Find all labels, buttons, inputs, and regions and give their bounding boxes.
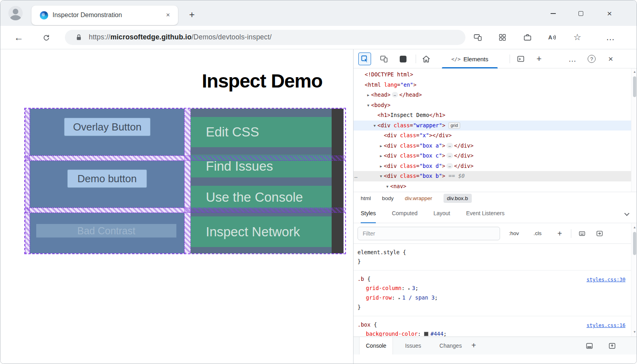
twisty-down-icon[interactable]: ▼ <box>378 171 384 182</box>
open-console-button[interactable] <box>514 53 527 65</box>
drawer-tab-issues[interactable]: Issues <box>399 337 427 354</box>
dom-node[interactable]: <h1>Inspect Demo</h1> <box>354 110 631 121</box>
home-tab-button[interactable] <box>420 53 432 65</box>
twisty-right-icon[interactable]: ▶ <box>378 151 384 162</box>
class-toggle[interactable]: .cls <box>533 223 541 244</box>
computed-pane-button[interactable] <box>595 229 604 238</box>
expand-shorthand-icon[interactable]: ▸ <box>408 286 410 291</box>
dom-node[interactable]: ▶<div class="box d">…</div> <box>354 161 631 171</box>
twisty-down-icon[interactable]: ▼ <box>385 182 390 192</box>
profile-avatar[interactable] <box>8 6 23 20</box>
twisty-right-icon[interactable]: ▶ <box>365 90 371 101</box>
nav-link[interactable]: Use the Console <box>191 186 332 208</box>
tab-close-icon[interactable]: × <box>164 11 172 19</box>
avatar-icon-body <box>10 15 21 20</box>
scrollbar-thumb[interactable] <box>633 76 636 97</box>
grid-gap-overlay <box>25 208 345 213</box>
tab-computed[interactable]: Computed <box>392 204 418 223</box>
dom-node[interactable]: ▶<div class="box c">…</div> <box>354 151 631 161</box>
dom-node[interactable]: ▶<head>…</head> <box>354 90 631 100</box>
page-nav: Edit CSSFind IssuesUse the ConsoleInspec… <box>191 109 332 253</box>
refresh-button[interactable] <box>41 32 52 43</box>
css-property[interactable]: grid-column: ▸3; <box>358 284 627 293</box>
tab-elements[interactable]: </> Elements <box>439 49 501 68</box>
url-bar[interactable]: https://microsoftedge.github.io/Demos/de… <box>65 30 465 45</box>
device-emulation-button[interactable] <box>377 53 390 65</box>
favorites-button[interactable]: ☆ <box>572 32 582 43</box>
scroll-up-icon[interactable]: ▲ <box>631 225 637 230</box>
read-aloud-button[interactable]: A <box>547 32 557 43</box>
new-tab-button[interactable]: + <box>186 9 198 21</box>
styles-rules[interactable]: element.style {}.b {styles.css:30grid-co… <box>354 244 631 337</box>
devices-button[interactable] <box>473 32 483 43</box>
toolbar-divider <box>416 55 416 63</box>
help-button[interactable]: ? <box>585 53 598 65</box>
breadcrumb-item[interactable]: div.box.b <box>444 194 472 203</box>
focus-page-button[interactable] <box>397 53 409 65</box>
scroll-down-icon[interactable]: ▼ <box>631 329 637 335</box>
rule-selector[interactable]: element.style <box>358 249 400 255</box>
collections-button[interactable] <box>522 32 533 43</box>
tab-event-listeners[interactable]: Event Listeners <box>466 204 505 223</box>
close-devtools-button[interactable]: × <box>604 53 617 65</box>
twisty-down-icon[interactable]: ▼ <box>372 121 377 131</box>
expand-up-icon <box>608 342 616 350</box>
minimize-button[interactable] <box>547 8 559 19</box>
apps-grid-icon <box>498 33 506 41</box>
demo-button[interactable]: Demo button <box>67 169 147 188</box>
rule-selector[interactable]: .b <box>358 276 364 282</box>
dom-node[interactable]: ▶<div class="box a">…</div> <box>354 141 631 151</box>
css-property[interactable]: background-color: #444; <box>358 329 627 337</box>
bad-contrast-button[interactable]: Bad Contrast <box>36 224 176 237</box>
dom-node[interactable]: …▼<div class="box b"> == $0 <box>354 171 631 181</box>
drawer-tab-console[interactable]: Console <box>359 337 393 354</box>
scrollbar-thumb[interactable] <box>633 232 636 255</box>
css-property[interactable]: grid-row: ▸1 / span 3; <box>358 293 627 303</box>
window-close-button[interactable]: × <box>604 8 615 19</box>
overlay-button[interactable]: Overlay Button <box>64 118 150 136</box>
nav-link[interactable]: Inspect Network <box>191 216 332 247</box>
drawer-tab-changes[interactable]: Changes <box>433 337 468 354</box>
briefcase-icon <box>523 33 532 42</box>
add-tools-button[interactable]: + <box>533 53 545 65</box>
color-swatch[interactable] <box>424 332 428 336</box>
expand-drawer-button[interactable] <box>607 341 617 350</box>
twisty-right-icon[interactable]: ▶ <box>378 162 384 172</box>
stylesheet-link[interactable]: styles.css:16 <box>586 321 625 330</box>
stylesheet-link[interactable]: styles.css:30 <box>586 275 625 284</box>
tab-styles[interactable]: Styles <box>361 204 376 223</box>
expand-shorthand-icon[interactable]: ▸ <box>398 296 401 300</box>
dom-node[interactable]: ▼<body> <box>354 100 631 111</box>
dom-tree[interactable]: <!DOCTYPE html><html lang="en">▶<head>…<… <box>354 68 631 192</box>
tab-layout[interactable]: Layout <box>434 204 450 223</box>
breadcrumb-item[interactable]: body <box>382 195 394 201</box>
drawer-add-button[interactable]: + <box>471 337 476 354</box>
browser-tab[interactable]: Inspector Demonstration × <box>31 6 178 25</box>
node-menu-icon[interactable]: … <box>354 171 358 181</box>
breadcrumb-item[interactable]: div.wrapper <box>405 195 432 201</box>
rule-selector[interactable]: .box <box>358 321 371 328</box>
scroll-up-icon[interactable]: ▲ <box>631 69 637 75</box>
new-style-rule-button[interactable]: + <box>557 223 562 244</box>
dom-node[interactable]: <div class="x"></div> <box>354 130 631 141</box>
twisty-down-icon[interactable]: ▼ <box>365 101 371 111</box>
style-filter-input[interactable] <box>358 227 500 240</box>
styles-scrollbar[interactable]: ▲ ▼ <box>631 223 637 337</box>
dom-node[interactable]: <html lang="en"> <box>354 80 631 90</box>
inspect-element-button[interactable] <box>358 53 371 65</box>
font-editor-button[interactable] <box>577 229 587 238</box>
dock-drawer-button[interactable] <box>584 341 594 350</box>
browser-menu-button[interactable]: … <box>605 32 616 43</box>
nav-link[interactable]: Edit CSS <box>191 117 332 147</box>
maximize-button[interactable] <box>575 8 586 19</box>
dom-node[interactable]: ▼<nav> <box>354 181 631 192</box>
dom-node[interactable]: <!DOCTYPE html> <box>354 70 631 80</box>
apps-grid-button[interactable] <box>497 32 508 43</box>
devtools-more-button[interactable]: … <box>566 53 579 65</box>
pseudo-state-toggle[interactable]: :hov <box>509 223 519 244</box>
twisty-right-icon[interactable]: ▶ <box>378 141 384 152</box>
dom-scrollbar[interactable]: ▲ <box>631 68 637 192</box>
dom-node[interactable]: ▼<div class="wrapper">grid <box>354 121 631 131</box>
breadcrumb-item[interactable]: html <box>361 195 371 201</box>
back-button[interactable]: ← <box>13 32 24 43</box>
